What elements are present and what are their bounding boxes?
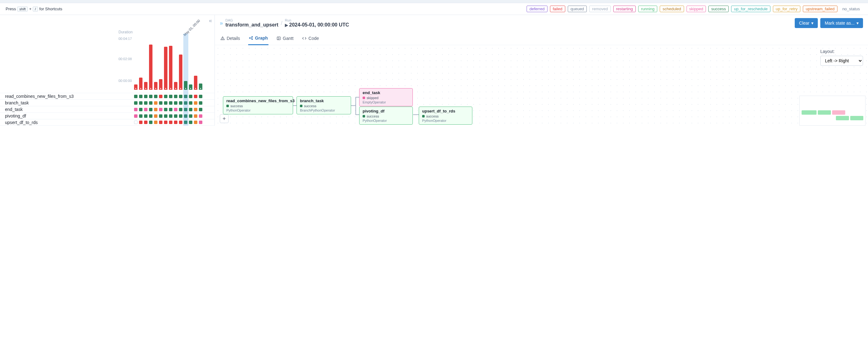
tab-graph[interactable]: Graph xyxy=(248,34,269,45)
task-cell[interactable] xyxy=(174,108,177,111)
task-cell[interactable] xyxy=(164,108,167,111)
run-bar[interactable] xyxy=(174,82,177,90)
legend-up_for_retry[interactable]: up_for_retry xyxy=(773,6,800,12)
task-cell[interactable] xyxy=(159,95,162,98)
task-cell[interactable] xyxy=(169,114,173,118)
node-read[interactable]: read_combines_new_files_from_s3 success … xyxy=(223,96,293,114)
task-cell[interactable] xyxy=(134,114,137,118)
run-bar[interactable] xyxy=(179,55,182,90)
task-cell[interactable] xyxy=(194,121,197,124)
task-cell[interactable] xyxy=(144,95,148,98)
task-cell[interactable] xyxy=(154,108,157,111)
task-cell[interactable] xyxy=(134,101,137,105)
task-cell[interactable] xyxy=(149,95,152,98)
collapse-icon[interactable]: « xyxy=(209,18,212,24)
run-bar[interactable] xyxy=(159,79,162,90)
run-bar[interactable] xyxy=(154,82,157,90)
task-cell[interactable] xyxy=(194,95,197,98)
graph-canvas[interactable]: Layout: Left -> Right read_combines_new_… xyxy=(215,45,868,126)
tab-details[interactable]: Details xyxy=(220,34,241,45)
legend-upstream_failed[interactable]: upstream_failed xyxy=(803,6,837,12)
task-cell[interactable] xyxy=(159,114,162,118)
task-cell[interactable] xyxy=(179,101,182,105)
task-cell[interactable] xyxy=(139,108,143,111)
task-cell[interactable] xyxy=(134,108,137,111)
task-cell[interactable] xyxy=(159,108,162,111)
task-cell[interactable] xyxy=(164,101,167,105)
task-cell[interactable] xyxy=(189,121,192,124)
node-branch[interactable]: branch_task success BranchPythonOperator xyxy=(297,96,351,114)
mark-state-button[interactable]: Mark state as...▾ xyxy=(820,18,863,28)
task-cell[interactable] xyxy=(164,121,167,124)
task-cell[interactable] xyxy=(154,95,157,98)
task-cell[interactable] xyxy=(134,121,137,124)
task-cell[interactable] xyxy=(139,114,143,118)
task-cell[interactable] xyxy=(139,101,143,105)
task-row[interactable]: read_combines_new_files_from_s3 xyxy=(0,93,215,99)
task-cell[interactable] xyxy=(174,95,177,98)
task-row[interactable]: end_task xyxy=(0,106,215,113)
task-cell[interactable] xyxy=(149,114,152,118)
run-bar[interactable] xyxy=(169,46,173,90)
task-cell[interactable] xyxy=(189,114,192,118)
task-cell[interactable] xyxy=(169,101,173,105)
breadcrumb-expand-icon[interactable]: » xyxy=(220,20,223,27)
run-bar[interactable] xyxy=(184,81,187,90)
run-bar[interactable] xyxy=(134,85,137,90)
run-bar[interactable] xyxy=(164,47,167,90)
task-cell[interactable] xyxy=(159,121,162,124)
bc-dag-name[interactable]: transform_and_upsert xyxy=(225,22,278,28)
legend-queued[interactable]: queued xyxy=(568,6,587,12)
task-cell[interactable] xyxy=(194,101,197,105)
task-cell[interactable] xyxy=(179,108,182,111)
task-cell[interactable] xyxy=(174,101,177,105)
task-cell[interactable] xyxy=(199,95,203,98)
task-cell[interactable] xyxy=(199,114,203,118)
legend-skipped[interactable]: skipped xyxy=(686,6,706,12)
task-cell[interactable] xyxy=(179,114,182,118)
task-cell[interactable] xyxy=(194,108,197,111)
task-row[interactable]: upsert_df_to_rds xyxy=(0,119,215,126)
tab-gantt[interactable]: Gantt xyxy=(276,34,294,45)
legend-deferred[interactable]: deferred xyxy=(527,6,547,12)
node-pivot[interactable]: pivoting_df success PythonOperator xyxy=(359,106,413,125)
task-cell[interactable] xyxy=(164,95,167,98)
run-bar[interactable] xyxy=(199,84,203,90)
task-row[interactable]: pivoting_df xyxy=(0,113,215,119)
task-cell[interactable] xyxy=(139,95,143,98)
legend-scheduled[interactable]: scheduled xyxy=(660,6,684,12)
task-cell[interactable] xyxy=(199,101,203,105)
task-cell[interactable] xyxy=(164,114,167,118)
legend-failed[interactable]: failed xyxy=(550,6,565,12)
task-cell[interactable] xyxy=(169,108,173,111)
task-cell[interactable] xyxy=(179,121,182,124)
task-cell[interactable] xyxy=(189,108,192,111)
task-cell[interactable] xyxy=(149,101,152,105)
run-bar[interactable] xyxy=(144,82,148,90)
task-cell[interactable] xyxy=(144,108,148,111)
legend-removed[interactable]: removed xyxy=(589,6,611,12)
task-cell[interactable] xyxy=(169,95,173,98)
task-cell[interactable] xyxy=(179,95,182,98)
legend-no_status[interactable]: no_status xyxy=(840,6,862,12)
task-cell[interactable] xyxy=(154,114,157,118)
run-bar[interactable] xyxy=(189,85,192,90)
run-bar[interactable] xyxy=(149,44,152,90)
node-upsert[interactable]: upsert_df_to_rds success PythonOperator xyxy=(419,106,472,125)
node-end[interactable]: end_task skipped EmptyOperator xyxy=(359,88,413,106)
legend-restarting[interactable]: restarting xyxy=(613,6,636,12)
task-cell[interactable] xyxy=(199,121,203,124)
task-cell[interactable] xyxy=(189,95,192,98)
task-cell[interactable] xyxy=(194,114,197,118)
task-row[interactable]: branch_task xyxy=(0,99,215,106)
bc-run-ts[interactable]: 2024-05-01, 00:00:00 UTC xyxy=(289,22,349,27)
legend-success[interactable]: success xyxy=(708,6,728,12)
layout-select[interactable]: Left -> Right xyxy=(820,56,863,66)
task-cell[interactable] xyxy=(154,121,157,124)
clear-button[interactable]: Clear▾ xyxy=(795,18,818,28)
legend-up_for_reschedule[interactable]: up_for_reschedule xyxy=(731,6,770,12)
task-cell[interactable] xyxy=(189,101,192,105)
task-cell[interactable] xyxy=(159,101,162,105)
task-cell[interactable] xyxy=(154,101,157,105)
task-cell[interactable] xyxy=(144,121,148,124)
